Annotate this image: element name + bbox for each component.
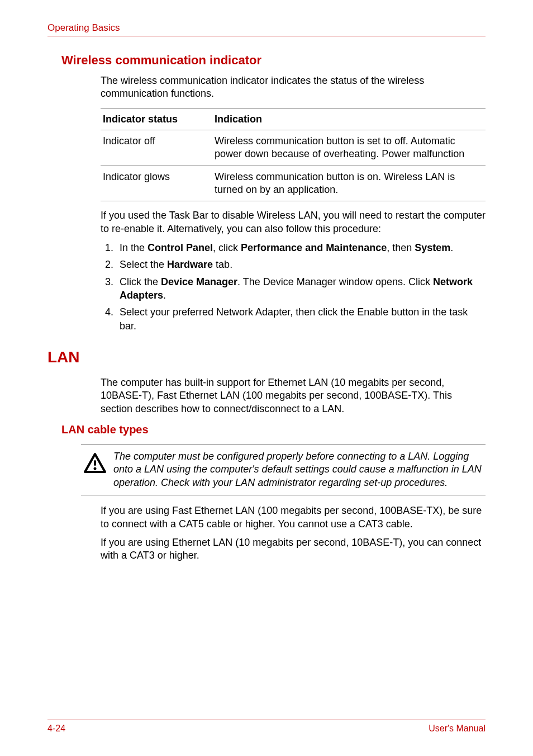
procedure-list: In the Control Panel, click Performance … (101, 241, 486, 333)
heading-lan-cable-types: LAN cable types (61, 423, 486, 436)
table-row: Indicator glows Wireless communication b… (101, 166, 486, 201)
step-bold: System (415, 242, 450, 253)
table-header-row: Indicator status Indication (101, 108, 486, 130)
step-text: Select your preferred Network Adapter, t… (120, 306, 468, 331)
page-number: 4-24 (47, 724, 65, 734)
step-text: Select the (120, 259, 167, 270)
step-text: , click (213, 242, 241, 253)
wireless-intro: The wireless communication indicator ind… (101, 74, 486, 101)
table-cell-indication: Wireless communication button is set to … (212, 130, 486, 166)
page: Operating Basics Wireless communication … (0, 0, 533, 756)
page-footer: 4-24 User's Manual (47, 720, 486, 734)
manual-title: User's Manual (429, 724, 486, 734)
lan-p1: If you are using Fast Ethernet LAN (100 … (101, 504, 486, 531)
running-header: Operating Basics (47, 22, 486, 34)
list-item: Select the Hardware tab. (116, 258, 486, 271)
table-header-status: Indicator status (101, 108, 212, 130)
caution-text: The computer must be configured properly… (109, 450, 486, 489)
list-item: In the Control Panel, click Performance … (116, 241, 486, 254)
step-bold: Control Panel (147, 242, 213, 253)
step-text: In the (120, 242, 147, 253)
heading-lan: LAN (47, 348, 486, 366)
table-row: Indicator off Wireless communication but… (101, 130, 486, 166)
step-text: . The Device Manager window opens. Click (237, 276, 433, 287)
svg-point-1 (94, 467, 97, 470)
header-rule (47, 36, 486, 36)
caution-block: The computer must be configured properly… (81, 444, 486, 495)
lan-p2: If you are using Ethernet LAN (10 megabi… (101, 536, 486, 563)
list-item: Select your preferred Network Adapter, t… (116, 305, 486, 333)
svg-rect-0 (94, 460, 96, 466)
caution-icon (81, 450, 109, 489)
table-cell-status: Indicator off (101, 130, 212, 166)
step-text: tab. (213, 259, 232, 270)
heading-wireless-indicator: Wireless communication indicator (61, 53, 486, 68)
step-text: . (163, 290, 166, 301)
step-text: , then (387, 242, 415, 253)
indicator-table: Indicator status Indication Indicator of… (101, 108, 486, 202)
table-header-indication: Indication (212, 108, 486, 130)
step-bold: Hardware (167, 259, 213, 270)
table-cell-indication: Wireless communication button is on. Wir… (212, 166, 486, 201)
step-bold: Performance and Maintenance (241, 242, 387, 253)
table-cell-status: Indicator glows (101, 166, 212, 201)
step-text: Click the (120, 276, 161, 287)
lan-intro: The computer has built-in support for Et… (101, 376, 486, 415)
after-table-text: If you used the Task Bar to disable Wire… (101, 209, 486, 235)
step-bold: Device Manager (161, 276, 237, 287)
list-item: Click the Device Manager. The Device Man… (116, 275, 486, 303)
step-text: . (450, 242, 453, 253)
